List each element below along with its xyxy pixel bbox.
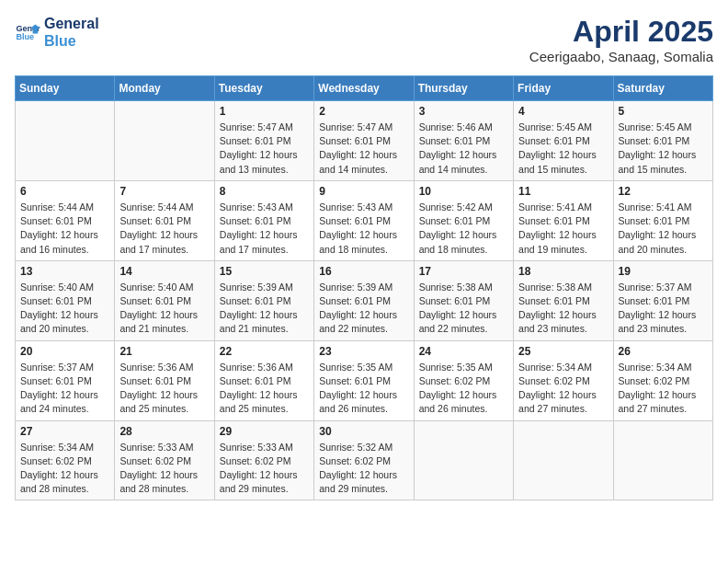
day-info: Sunrise: 5:36 AM Sunset: 6:01 PM Dayligh…	[220, 361, 309, 417]
calendar-cell: 27Sunrise: 5:34 AM Sunset: 6:02 PM Dayli…	[16, 420, 115, 500]
calendar-cell: 7Sunrise: 5:44 AM Sunset: 6:01 PM Daylig…	[115, 180, 214, 260]
day-number: 30	[319, 425, 408, 438]
main-title: April 2025	[529, 15, 713, 49]
calendar-cell: 21Sunrise: 5:36 AM Sunset: 6:01 PM Dayli…	[115, 340, 214, 420]
calendar-cell: 11Sunrise: 5:41 AM Sunset: 6:01 PM Dayli…	[514, 180, 613, 260]
day-info: Sunrise: 5:40 AM Sunset: 6:01 PM Dayligh…	[119, 281, 209, 337]
calendar-cell: 20Sunrise: 5:37 AM Sunset: 6:01 PM Dayli…	[16, 340, 115, 420]
calendar-week-row: 6Sunrise: 5:44 AM Sunset: 6:01 PM Daylig…	[16, 180, 713, 260]
day-info: Sunrise: 5:44 AM Sunset: 6:01 PM Dayligh…	[20, 201, 109, 257]
day-number: 21	[119, 345, 209, 358]
title-block: April 2025 Ceerigaabo, Sanaag, Somalia	[529, 15, 713, 64]
day-info: Sunrise: 5:34 AM Sunset: 6:02 PM Dayligh…	[518, 361, 608, 417]
calendar-cell: 4Sunrise: 5:45 AM Sunset: 6:01 PM Daylig…	[514, 101, 613, 181]
day-info: Sunrise: 5:32 AM Sunset: 6:02 PM Dayligh…	[319, 441, 408, 497]
day-number: 18	[518, 265, 608, 278]
calendar-cell	[414, 420, 513, 500]
svg-text:Blue: Blue	[16, 33, 34, 42]
calendar-cell	[115, 101, 214, 181]
calendar-cell: 17Sunrise: 5:38 AM Sunset: 6:01 PM Dayli…	[414, 260, 513, 340]
day-info: Sunrise: 5:37 AM Sunset: 6:01 PM Dayligh…	[20, 361, 109, 417]
calendar-cell: 14Sunrise: 5:40 AM Sunset: 6:01 PM Dayli…	[115, 260, 214, 340]
calendar-week-row: 13Sunrise: 5:40 AM Sunset: 6:01 PM Dayli…	[16, 260, 713, 340]
calendar-cell: 18Sunrise: 5:38 AM Sunset: 6:01 PM Dayli…	[514, 260, 613, 340]
day-info: Sunrise: 5:43 AM Sunset: 6:01 PM Dayligh…	[319, 201, 408, 257]
weekday-header: Monday	[115, 76, 214, 101]
calendar-cell: 26Sunrise: 5:34 AM Sunset: 6:02 PM Dayli…	[613, 340, 712, 420]
weekday-header: Sunday	[16, 76, 115, 101]
calendar-cell: 16Sunrise: 5:39 AM Sunset: 6:01 PM Dayli…	[314, 260, 414, 340]
calendar-week-row: 27Sunrise: 5:34 AM Sunset: 6:02 PM Dayli…	[16, 420, 713, 500]
calendar-cell	[514, 420, 613, 500]
calendar-cell: 23Sunrise: 5:35 AM Sunset: 6:01 PM Dayli…	[314, 340, 414, 420]
calendar-cell: 10Sunrise: 5:42 AM Sunset: 6:01 PM Dayli…	[414, 180, 513, 260]
day-info: Sunrise: 5:39 AM Sunset: 6:01 PM Dayligh…	[220, 281, 309, 337]
day-info: Sunrise: 5:39 AM Sunset: 6:01 PM Dayligh…	[319, 281, 408, 337]
calendar-week-row: 1Sunrise: 5:47 AM Sunset: 6:01 PM Daylig…	[16, 101, 713, 181]
calendar-cell: 5Sunrise: 5:45 AM Sunset: 6:01 PM Daylig…	[613, 101, 712, 181]
day-info: Sunrise: 5:33 AM Sunset: 6:02 PM Dayligh…	[220, 441, 309, 497]
day-number: 16	[319, 265, 408, 278]
weekday-header: Tuesday	[214, 76, 313, 101]
day-number: 8	[220, 185, 309, 198]
day-number: 6	[20, 185, 109, 198]
day-info: Sunrise: 5:42 AM Sunset: 6:01 PM Dayligh…	[419, 201, 508, 257]
day-info: Sunrise: 5:35 AM Sunset: 6:01 PM Dayligh…	[319, 361, 408, 417]
day-info: Sunrise: 5:45 AM Sunset: 6:01 PM Dayligh…	[619, 121, 708, 177]
day-info: Sunrise: 5:33 AM Sunset: 6:02 PM Dayligh…	[119, 441, 209, 497]
day-info: Sunrise: 5:46 AM Sunset: 6:01 PM Dayligh…	[419, 121, 508, 177]
day-info: Sunrise: 5:34 AM Sunset: 6:02 PM Dayligh…	[20, 441, 109, 497]
day-info: Sunrise: 5:38 AM Sunset: 6:01 PM Dayligh…	[419, 281, 508, 337]
day-number: 10	[419, 185, 508, 198]
day-number: 25	[518, 345, 608, 358]
calendar-cell: 29Sunrise: 5:33 AM Sunset: 6:02 PM Dayli…	[214, 420, 313, 500]
calendar-cell	[16, 101, 115, 181]
calendar-cell: 1Sunrise: 5:47 AM Sunset: 6:01 PM Daylig…	[214, 101, 313, 181]
day-number: 9	[319, 185, 408, 198]
day-number: 12	[619, 185, 708, 198]
page-header: General Blue General Blue April 2025 Cee…	[15, 15, 713, 64]
calendar-table: SundayMondayTuesdayWednesdayThursdayFrid…	[15, 75, 713, 500]
day-info: Sunrise: 5:41 AM Sunset: 6:01 PM Dayligh…	[518, 201, 608, 257]
day-info: Sunrise: 5:44 AM Sunset: 6:01 PM Dayligh…	[119, 201, 209, 257]
day-number: 27	[20, 425, 109, 438]
day-number: 3	[419, 105, 508, 118]
day-number: 4	[518, 105, 608, 118]
calendar-cell: 8Sunrise: 5:43 AM Sunset: 6:01 PM Daylig…	[214, 180, 313, 260]
day-number: 13	[20, 265, 109, 278]
day-number: 22	[220, 345, 309, 358]
calendar-cell: 25Sunrise: 5:34 AM Sunset: 6:02 PM Dayli…	[514, 340, 613, 420]
day-number: 29	[220, 425, 309, 438]
day-info: Sunrise: 5:34 AM Sunset: 6:02 PM Dayligh…	[619, 361, 708, 417]
day-info: Sunrise: 5:35 AM Sunset: 6:02 PM Dayligh…	[419, 361, 508, 417]
calendar-cell: 24Sunrise: 5:35 AM Sunset: 6:02 PM Dayli…	[414, 340, 513, 420]
day-number: 19	[619, 265, 708, 278]
day-info: Sunrise: 5:36 AM Sunset: 6:01 PM Dayligh…	[119, 361, 209, 417]
day-number: 26	[619, 345, 708, 358]
logo: General Blue General Blue	[15, 15, 99, 50]
day-number: 20	[20, 345, 109, 358]
day-number: 24	[419, 345, 508, 358]
day-number: 17	[419, 265, 508, 278]
calendar-cell	[613, 420, 712, 500]
day-number: 11	[518, 185, 608, 198]
day-info: Sunrise: 5:43 AM Sunset: 6:01 PM Dayligh…	[220, 201, 309, 257]
calendar-cell: 19Sunrise: 5:37 AM Sunset: 6:01 PM Dayli…	[613, 260, 712, 340]
day-number: 1	[220, 105, 309, 118]
calendar-cell: 15Sunrise: 5:39 AM Sunset: 6:01 PM Dayli…	[214, 260, 313, 340]
logo-icon: General Blue	[15, 19, 40, 45]
day-info: Sunrise: 5:47 AM Sunset: 6:01 PM Dayligh…	[220, 121, 309, 177]
calendar-cell: 22Sunrise: 5:36 AM Sunset: 6:01 PM Dayli…	[214, 340, 313, 420]
day-info: Sunrise: 5:47 AM Sunset: 6:01 PM Dayligh…	[319, 121, 408, 177]
calendar-week-row: 20Sunrise: 5:37 AM Sunset: 6:01 PM Dayli…	[16, 340, 713, 420]
day-info: Sunrise: 5:38 AM Sunset: 6:01 PM Dayligh…	[518, 281, 608, 337]
logo-line2: Blue	[44, 32, 99, 50]
calendar-cell: 2Sunrise: 5:47 AM Sunset: 6:01 PM Daylig…	[314, 101, 414, 181]
calendar-cell: 13Sunrise: 5:40 AM Sunset: 6:01 PM Dayli…	[16, 260, 115, 340]
day-info: Sunrise: 5:41 AM Sunset: 6:01 PM Dayligh…	[619, 201, 708, 257]
day-number: 15	[220, 265, 309, 278]
weekday-header: Thursday	[414, 76, 513, 101]
weekday-header: Wednesday	[314, 76, 414, 101]
weekday-header: Saturday	[613, 76, 712, 101]
logo-line1: General	[44, 15, 99, 32]
